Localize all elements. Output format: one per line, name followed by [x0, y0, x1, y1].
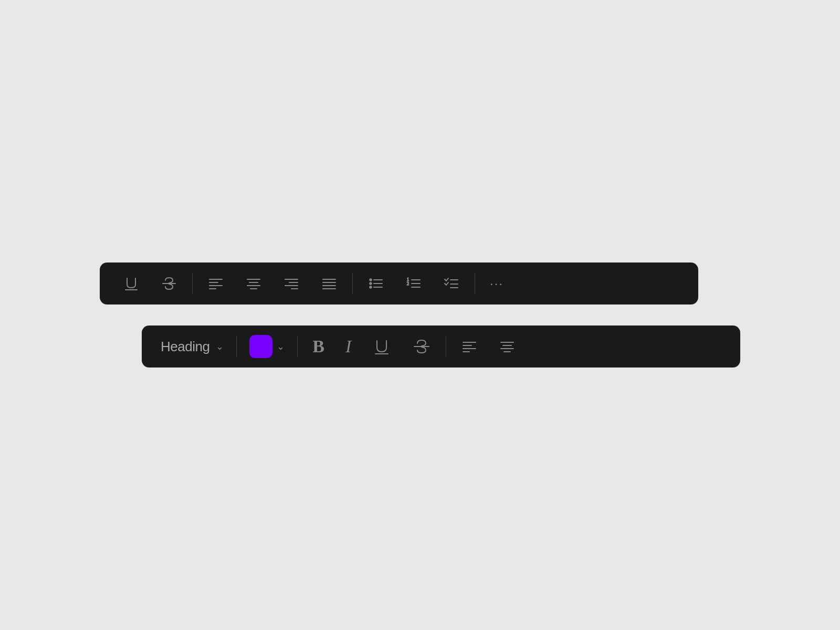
list-unordered-button[interactable] [357, 262, 395, 304]
divider-format [446, 336, 446, 357]
italic-icon: I [345, 337, 351, 356]
list-check-icon [443, 275, 460, 292]
align-justify-button[interactable] [310, 262, 348, 304]
more-button[interactable]: ··· [479, 262, 514, 304]
heading-label: Heading [161, 339, 214, 355]
strikethrough-button-2[interactable] [402, 326, 442, 368]
italic-button[interactable]: I [335, 326, 362, 368]
color-swatch [249, 335, 272, 358]
more-icon: ··· [490, 276, 503, 291]
strikethrough-button[interactable] [150, 262, 188, 304]
heading-chevron-icon: ⌄ [216, 341, 224, 352]
underline-icon [123, 275, 140, 292]
divider-3 [475, 273, 475, 294]
divider-color [297, 336, 298, 357]
strikethrough-icon [161, 275, 177, 292]
align-left-button[interactable] [197, 262, 235, 304]
svg-point-18 [370, 279, 372, 281]
underline-button[interactable] [112, 262, 150, 304]
svg-text:2: 2 [407, 281, 409, 286]
align-center-icon-2 [499, 338, 516, 355]
toolbar-1: 1 2 ··· [100, 262, 698, 304]
divider-2 [352, 273, 353, 294]
svg-point-20 [370, 286, 372, 288]
underline-icon-2 [372, 337, 391, 356]
color-chevron-icon: ⌄ [277, 341, 285, 352]
strikethrough-icon-2 [412, 337, 431, 356]
list-ordered-icon: 1 2 [405, 275, 422, 292]
list-unordered-icon [368, 275, 384, 292]
heading-dropdown[interactable]: Heading ⌄ [154, 326, 232, 368]
align-center-icon [245, 275, 262, 292]
divider-heading [236, 336, 237, 357]
divider-1 [192, 273, 193, 294]
list-check-button[interactable] [433, 262, 470, 304]
align-left-button-2[interactable] [450, 326, 488, 368]
align-center-button-2[interactable] [488, 326, 526, 368]
align-right-icon [283, 275, 300, 292]
align-justify-icon [321, 275, 338, 292]
bold-button[interactable]: B [302, 326, 335, 368]
align-left-icon [207, 275, 224, 292]
list-ordered-button[interactable]: 1 2 [395, 262, 433, 304]
color-picker[interactable]: ⌄ [241, 335, 293, 358]
underline-button-2[interactable] [362, 326, 402, 368]
align-left-icon-2 [461, 338, 478, 355]
svg-point-19 [370, 282, 372, 285]
toolbar-2: Heading ⌄ ⌄ B I [142, 326, 740, 368]
align-right-button[interactable] [272, 262, 310, 304]
align-center-button[interactable] [235, 262, 272, 304]
bold-icon: B [312, 337, 324, 356]
